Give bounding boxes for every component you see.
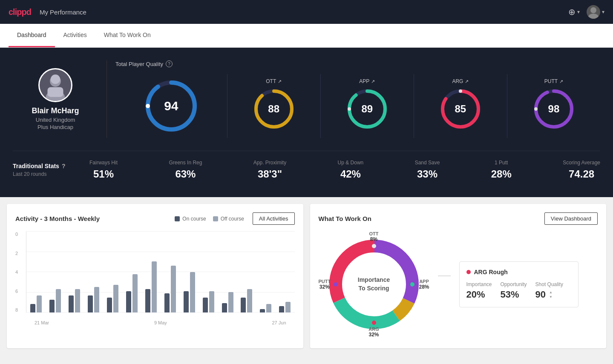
view-dashboard-button[interactable]: View Dashboard (544, 212, 598, 225)
user-menu[interactable]: ▾ (587, 5, 604, 19)
nav-tabs: Dashboard Activities What To Work On (0, 24, 613, 48)
activity-chart-title: Activity - 3 Months - Weekly (15, 215, 100, 222)
player-info: Blair McHarg United Kingdom Plus Handica… (13, 68, 98, 130)
opportunity-label: Opportunity (501, 281, 527, 287)
chart-bars (26, 232, 295, 312)
main-gauge-item: 94 (115, 74, 227, 138)
header-left: clippd My Performance (9, 7, 86, 17)
stat-1-putt: 1 Putt 28% (491, 160, 512, 180)
tab-what-to-work-on[interactable]: What To Work On (95, 24, 159, 47)
bar-group (222, 292, 233, 312)
putt-gauge: 98 (532, 88, 575, 130)
importance-label: Importance (466, 281, 492, 287)
stat-value: 28% (491, 168, 512, 180)
stat-value: 74.28 (569, 168, 594, 180)
connector-line (438, 275, 451, 276)
stat-sand-save: Sand Save 33% (415, 160, 440, 180)
bar-group (279, 302, 291, 312)
activity-bar-chart: 8 6 4 2 0 (15, 232, 295, 325)
wtw-title: What To Work On (319, 215, 371, 222)
stat-value: 42% (340, 168, 361, 180)
activity-chart-header: Activity - 3 Months - Weekly On course O… (15, 212, 295, 225)
on-course-dot (175, 216, 180, 221)
logo: clippd (9, 7, 31, 17)
svg-point-1 (588, 14, 599, 19)
app-donut-label: APP 28% (419, 279, 429, 290)
bar-group (203, 291, 214, 312)
bar-group (30, 295, 42, 312)
svg-point-0 (590, 7, 596, 13)
bar-group (49, 289, 61, 312)
stat-name: App. Proximity (253, 160, 286, 166)
stat-items: Fairways Hit 51% Greens In Reg 63% App. … (89, 160, 600, 180)
trad-stats-subtitle: Last 20 rounds (13, 171, 89, 177)
stat-scoring-avg: Scoring Average 74.28 (563, 160, 600, 180)
putt-donut-label: PUTT 32% (319, 279, 331, 290)
plus-circle-icon: ⊕ (568, 7, 576, 17)
arg-value: 85 (455, 103, 466, 115)
wtw-detail-card: ARG Rough Importance 20% Opportunity 53%… (459, 261, 578, 307)
arrow-icon: ↗ (465, 79, 469, 84)
svg-point-5 (51, 75, 60, 84)
bar-group (164, 266, 176, 312)
opportunity-metric: Opportunity 53% (501, 281, 527, 300)
add-button[interactable]: ⊕ ▾ (568, 7, 580, 17)
hero-top: Blair McHarg United Kingdom Plus Handica… (13, 60, 600, 138)
stat-app-proximity: App. Proximity 38'3" (253, 160, 286, 180)
stat-name: Fairways Hit (89, 160, 118, 166)
tab-dashboard[interactable]: Dashboard (9, 24, 55, 47)
arrow-icon: ↗ (278, 79, 282, 84)
app-label: APP ↗ (359, 78, 375, 84)
bar-group (260, 304, 271, 312)
shot-quality-arrows[interactable]: ▲ ▼ (549, 290, 553, 299)
arg-gauge: 85 (439, 88, 482, 130)
arg-label: ARG ↗ (452, 78, 469, 84)
stat-name: Greens In Reg (169, 160, 202, 166)
bar-group (69, 289, 80, 312)
trad-stats-title: Traditional Stats ? (13, 163, 89, 169)
donut-chart: ImportanceTo Scoring OTT 8% APP 28% ARG … (319, 229, 429, 340)
help-icon[interactable]: ? (166, 60, 173, 67)
stat-value: 51% (93, 168, 114, 180)
svg-rect-6 (48, 87, 63, 97)
bar-group (241, 289, 252, 312)
all-activities-button[interactable]: All Activities (253, 212, 295, 225)
stat-up-down: Up & Down 42% (338, 160, 364, 180)
stat-fairways-hit: Fairways Hit 51% (89, 160, 118, 180)
bar-group (184, 272, 195, 312)
detail-metrics: Importance 20% Opportunity 53% Shot Qual… (466, 281, 571, 300)
detail-card-title: ARG Rough (466, 269, 571, 275)
stat-name: Sand Save (415, 160, 440, 166)
stat-name: Up & Down (338, 160, 364, 166)
putt-gauge-item: PUTT ↗ 98 (507, 74, 600, 138)
total-quality-gauge: 94 (144, 78, 199, 134)
putt-value: 98 (548, 103, 560, 115)
arg-donut-label: ARG 32% (368, 327, 379, 338)
importance-metric: Importance 20% (466, 281, 492, 300)
app-value: 89 (361, 103, 373, 115)
vertical-divider (106, 60, 107, 138)
shot-quality-value: 90 (535, 289, 546, 300)
opportunity-value: 53% (501, 289, 527, 300)
tab-activities[interactable]: Activities (55, 24, 95, 47)
stat-name: 1 Putt (495, 160, 508, 166)
total-quality-value: 94 (164, 99, 178, 113)
header-title: My Performance (40, 9, 86, 16)
arrow-icon: ↗ (371, 79, 375, 84)
player-name: Blair McHarg (32, 106, 79, 115)
header-right: ⊕ ▾ ▾ (568, 5, 604, 19)
what-to-work-on-panel: What To Work On View Dashboard (310, 204, 607, 348)
shot-quality-metric: Shot Quality 90 ▲ ▼ (535, 281, 563, 300)
stat-name: Scoring Average (563, 160, 600, 166)
stat-greens-in-reg: Greens In Reg 63% (169, 160, 202, 180)
wtw-content: ImportanceTo Scoring OTT 8% APP 28% ARG … (319, 229, 598, 340)
stat-value: 33% (417, 168, 437, 180)
stat-value: 63% (175, 168, 196, 180)
ott-label: OTT ↗ (266, 78, 282, 84)
gauges-row: 94 OTT ↗ 88 (115, 74, 600, 138)
importance-value: 20% (466, 289, 492, 300)
traditional-stats: Traditional Stats ? Last 20 rounds Fairw… (13, 151, 600, 180)
bar-group (126, 274, 138, 312)
trad-help-icon[interactable]: ? (62, 163, 66, 169)
app-gauge: 89 (346, 88, 389, 130)
